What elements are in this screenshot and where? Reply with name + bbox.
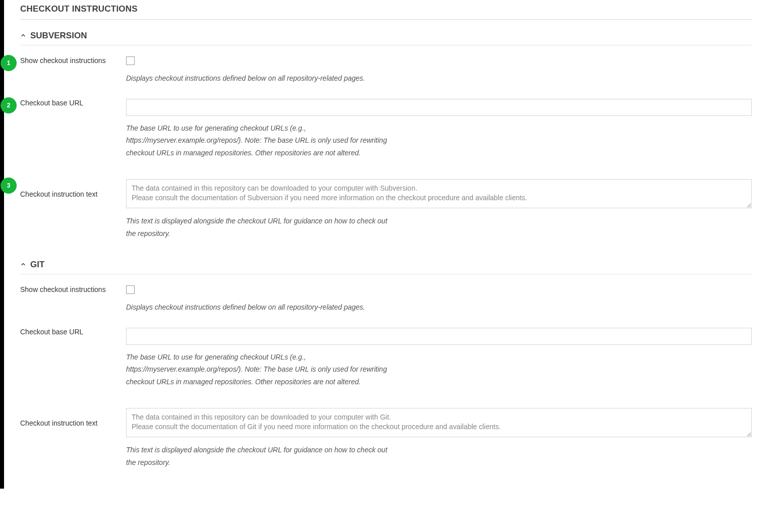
page-title: CHECKOUT INSTRUCTIONS	[20, 4, 752, 20]
field-instructiontext-git: Checkout instruction text This text is d…	[20, 408, 752, 468]
step-badge-2: 2	[1, 97, 17, 113]
checkbox-show-checkout-git[interactable]	[126, 285, 135, 294]
textarea-instructiontext-git[interactable]	[126, 408, 752, 437]
section-title: SUBVERSION	[30, 31, 87, 41]
field-baseurl-subversion: 2 Checkout base URL The base URL to use …	[20, 99, 752, 159]
label-baseurl: Checkout base URL	[20, 99, 126, 159]
field-show-checkout-subversion: 1 Show checkout instructions Displays ch…	[20, 56, 752, 85]
section-header-git[interactable]: GIT	[20, 260, 752, 274]
section-header-subversion[interactable]: SUBVERSION	[20, 31, 752, 45]
help-show-checkout-git: Displays checkout instructions defined b…	[126, 301, 388, 314]
help-instructiontext-git: This text is displayed alongside the che…	[126, 444, 388, 468]
field-baseurl-git: Checkout base URL The base URL to use fo…	[20, 328, 752, 388]
input-baseurl-git[interactable]	[126, 328, 752, 345]
step-badge-3: 3	[1, 178, 17, 194]
step-badge-1: 1	[1, 55, 17, 71]
help-show-checkout-subversion: Displays checkout instructions defined b…	[126, 72, 388, 85]
help-instructiontext-subversion: This text is displayed alongside the che…	[126, 215, 388, 240]
chevron-up-icon	[20, 32, 26, 39]
left-black-stripe	[0, 0, 4, 489]
section-title: GIT	[30, 260, 44, 270]
chevron-up-icon	[20, 261, 26, 268]
label-instructiontext: Checkout instruction text	[20, 179, 126, 240]
field-show-checkout-git: Show checkout instructions Displays chec…	[20, 285, 752, 314]
label-show-checkout: Show checkout instructions	[20, 285, 126, 314]
help-baseurl-git: The base URL to use for generating check…	[126, 351, 388, 388]
label-instructiontext: Checkout instruction text	[20, 408, 126, 468]
field-instructiontext-subversion: 3 Checkout instruction text This text is…	[20, 179, 752, 240]
label-baseurl: Checkout base URL	[20, 328, 126, 388]
label-show-checkout: Show checkout instructions	[20, 56, 126, 85]
input-baseurl-subversion[interactable]	[126, 99, 752, 116]
help-baseurl-subversion: The base URL to use for generating check…	[126, 122, 388, 159]
checkbox-show-checkout-subversion[interactable]	[126, 56, 135, 65]
textarea-instructiontext-subversion[interactable]	[126, 179, 752, 208]
